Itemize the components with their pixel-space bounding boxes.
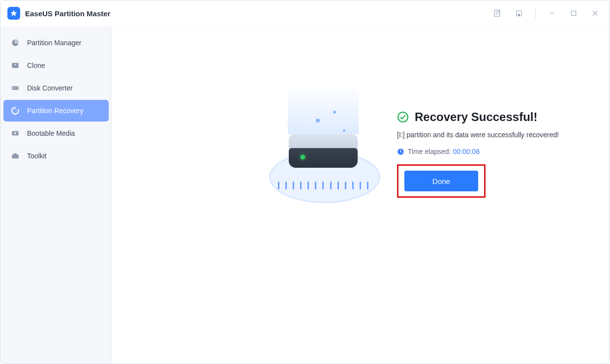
sidebar-item-label: Clone [27, 61, 45, 69]
time-elapsed: Time elapsed: 00:00:08 [397, 148, 559, 155]
result-panel: Recovery Successful! [I:] partition and … [269, 100, 559, 208]
svg-rect-18 [14, 153, 17, 155]
separator [535, 8, 536, 18]
restore-down-icon[interactable] [512, 6, 526, 21]
svg-rect-8 [12, 63, 19, 68]
main-content: Recovery Successful! [I:] partition and … [112, 26, 610, 364]
title-bar: EaseUS Partition Master [0, 0, 610, 26]
toolkit-icon [10, 151, 20, 161]
svg-marker-0 [10, 10, 17, 16]
svg-rect-17 [12, 154, 19, 158]
recovery-icon [10, 106, 20, 116]
result-title: Recovery Successful! [415, 110, 537, 124]
title-actions [490, 6, 603, 21]
sidebar-item-toolkit[interactable]: Toolkit [3, 145, 109, 167]
pie-chart-icon [10, 38, 20, 48]
clock-icon [397, 148, 404, 155]
svg-rect-3 [518, 14, 520, 16]
minimize-button[interactable] [545, 6, 559, 21]
app-title: EaseUS Partition Master [25, 9, 110, 18]
sidebar-item-partition-recovery[interactable]: Partition Recovery [3, 100, 109, 121]
sidebar-item-partition-manager[interactable]: Partition Manager [3, 32, 109, 54]
elapsed-label: Time elapsed: [408, 148, 451, 155]
result-message: [I:] partition and its data were success… [397, 131, 559, 139]
done-button[interactable]: Done [404, 171, 478, 191]
svg-point-16 [15, 133, 16, 134]
svg-rect-10 [15, 64, 15, 65]
sidebar-item-label: Bootable Media [27, 129, 75, 137]
clone-icon [10, 61, 20, 70]
sidebar-item-clone[interactable]: Clone [3, 55, 109, 76]
sidebar-item-label: Partition Manager [27, 39, 82, 47]
close-button[interactable] [588, 6, 603, 21]
sidebar-item-label: Disk Converter [27, 84, 73, 92]
app-logo-icon [7, 7, 20, 20]
sidebar-item-label: Toolkit [27, 152, 47, 160]
sidebar-item-bootable-media[interactable]: Bootable Media [3, 122, 109, 144]
bootable-icon [10, 128, 20, 138]
svg-point-12 [17, 88, 18, 89]
success-check-icon [397, 111, 409, 123]
sidebar-item-label: Partition Recovery [27, 107, 83, 115]
sidebar: Partition Manager Clone Disk Converter P… [0, 26, 112, 364]
disk-icon [10, 83, 20, 93]
disk-illustration [269, 100, 377, 208]
disk-led-icon [301, 155, 305, 159]
done-highlight-box: Done [397, 164, 486, 198]
elapsed-value: 00:00:08 [453, 148, 480, 155]
feedback-icon[interactable] [490, 6, 505, 21]
sidebar-item-disk-converter[interactable]: Disk Converter [3, 77, 109, 99]
svg-rect-5 [571, 11, 576, 15]
maximize-button[interactable] [566, 6, 581, 21]
svg-rect-13 [13, 88, 15, 89]
